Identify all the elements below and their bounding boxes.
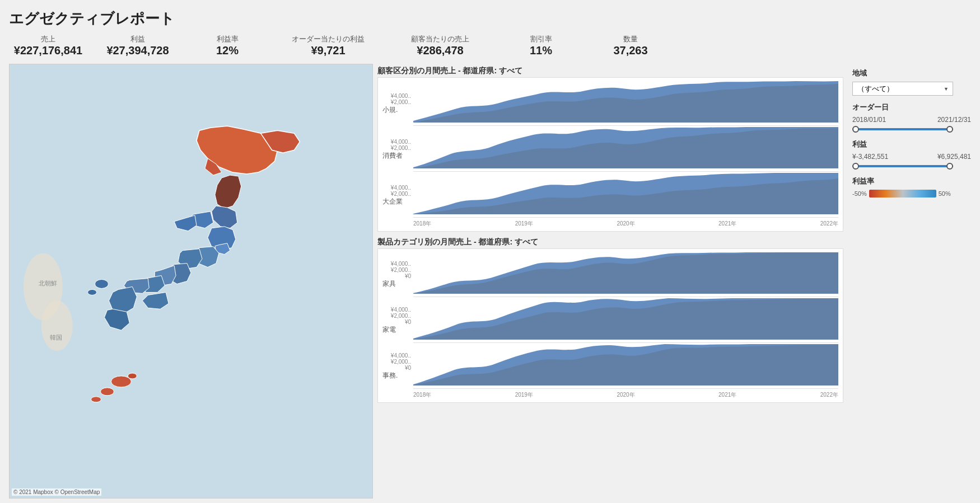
kpi-margin: 利益率 12% — [188, 34, 267, 57]
kpi-sales: 売上 ¥227,176,841 — [9, 34, 87, 57]
region-select-wrapper[interactable]: （すべて） — [852, 82, 953, 96]
chart-row-furniture: ¥4,000.. ¥2,000.. ¥0 家具 — [382, 252, 838, 297]
kpi-quantity-value: 37,263 — [613, 44, 647, 57]
main-content: 北朝鮮 韓国 — [9, 64, 971, 499]
svg-point-9 — [95, 280, 109, 289]
chart-group-1: ¥4,000.. ¥2,000.. 小規. — [377, 77, 843, 232]
profit-rate-label: 利益率 — [852, 176, 971, 186]
chart-row-small: ¥4,000.. ¥2,000.. 小規. — [382, 81, 838, 126]
kpi-sales-value: ¥227,176,841 — [14, 44, 82, 57]
kpi-sales-label: 売上 — [41, 34, 55, 44]
profit-range-row: ¥-3,482,551 ¥6,925,481 — [852, 153, 971, 161]
kpi-profit: 利益 ¥27,394,728 — [99, 34, 177, 57]
chart-area-office — [413, 344, 838, 389]
kpi-margin-value: 12% — [216, 44, 239, 57]
date-start: 2018/01/01 — [852, 116, 886, 124]
chart1-x-axis: 2018年 2019年 2020年 2021年 2022年 — [413, 219, 838, 229]
kpi-margin-label: 利益率 — [217, 34, 239, 44]
page-title: エグゼクティブレポート — [9, 9, 971, 29]
svg-rect-0 — [10, 86, 372, 477]
color-legend: -50% 50% — [852, 190, 971, 198]
svg-point-10 — [88, 289, 97, 295]
svg-point-7 — [91, 397, 101, 402]
profit-max: ¥6,925,481 — [937, 153, 971, 161]
chart-label-enterprise: ¥4,000.. ¥2,000.. 大企業 — [382, 173, 413, 218]
chart-row-consumer: ¥4,000.. ¥2,000.. 消費者 — [382, 127, 838, 172]
profit-slider-track[interactable] — [852, 165, 953, 167]
chart-group-2: ¥4,000.. ¥2,000.. ¥0 家具 ¥ — [377, 248, 843, 403]
chart-row-office: ¥4,000.. ¥2,000.. ¥0 事務. — [382, 344, 838, 389]
map-container[interactable]: 北朝鮮 韓国 — [9, 64, 373, 499]
filter-region: 地域 （すべて） — [852, 68, 971, 96]
profit-min: ¥-3,482,551 — [852, 153, 888, 161]
chart-label-furniture: ¥4,000.. ¥2,000.. ¥0 家具 — [382, 252, 413, 297]
profit-slider-thumb-left[interactable] — [852, 163, 859, 170]
kpi-profit-label: 利益 — [130, 34, 145, 44]
kpi-row: 売上 ¥227,176,841 利益 ¥27,394,728 利益率 12% オ… — [9, 34, 971, 57]
map-credit: © 2021 Mapbox © OpenStreetMap — [12, 488, 101, 496]
region-select[interactable]: （すべて） — [852, 82, 953, 96]
svg-point-3 — [41, 300, 73, 351]
page: エグゼクティブレポート 売上 ¥227,176,841 利益 ¥27,394,7… — [0, 0, 980, 503]
profit-filter-label: 利益 — [852, 139, 971, 149]
kpi-order-profit-label: オーダー当たりの利益 — [292, 34, 365, 44]
filter-profit: 利益 ¥-3,482,551 ¥6,925,481 — [852, 139, 971, 170]
svg-point-8 — [128, 373, 137, 379]
chart-area-consumer — [413, 127, 838, 172]
legend-gradient — [869, 190, 936, 198]
legend-min-label: -50% — [852, 190, 867, 197]
kpi-discount-value: 11% — [530, 44, 552, 57]
section1-title: 顧客区分別の月間売上 - 都道府県: すべて — [377, 64, 843, 76]
section2-title: 製品カテゴリ別の月間売上 - 都道府県: すべて — [377, 235, 843, 247]
svg-point-5 — [111, 376, 131, 387]
kpi-order-profit-value: ¥9,721 — [311, 44, 345, 57]
kpi-customer-sales-value: ¥286,478 — [417, 44, 463, 57]
chart-row-electronics: ¥4,000.. ¥2,000.. ¥0 家電 — [382, 298, 838, 343]
chart-row-enterprise: ¥4,000.. ¥2,000.. 大企業 — [382, 173, 838, 218]
filter-order-date: オーダー日 2018/01/01 2021/12/31 — [852, 102, 971, 133]
kpi-discount: 割引率 11% — [502, 34, 580, 57]
kpi-quantity-label: 数量 — [623, 34, 638, 44]
kpi-discount-label: 割引率 — [530, 34, 552, 44]
chart-area-small — [413, 81, 838, 126]
date-range-row: 2018/01/01 2021/12/31 — [852, 116, 971, 124]
japan-map: 北朝鮮 韓国 — [10, 64, 372, 498]
chart-label-electronics: ¥4,000.. ¥2,000.. ¥0 家電 — [382, 298, 413, 343]
kpi-customer-sales: 顧客当たりの売上 ¥286,478 — [390, 34, 491, 57]
chart-label-small: ¥4,000.. ¥2,000.. 小規. — [382, 81, 413, 126]
profit-slider-thumb-right[interactable] — [946, 163, 953, 170]
filter-profit-rate: 利益率 -50% 50% — [852, 176, 971, 198]
svg-text:韓国: 韓国 — [50, 334, 62, 341]
chart-area-electronics — [413, 298, 838, 343]
kpi-quantity: 数量 37,263 — [591, 34, 670, 57]
date-end: 2021/12/31 — [937, 116, 971, 124]
legend-max-label: 50% — [939, 190, 951, 197]
kpi-order-profit: オーダー当たりの利益 ¥9,721 — [278, 34, 379, 57]
date-slider-thumb-left[interactable] — [852, 126, 859, 133]
kpi-profit-value: ¥27,394,728 — [106, 44, 169, 57]
chart-label-consumer: ¥4,000.. ¥2,000.. 消費者 — [382, 127, 413, 172]
chart-area-furniture — [413, 252, 838, 297]
sidebar: 地域 （すべて） オーダー日 2018/01/01 2021/12/31 — [848, 64, 971, 499]
order-date-label: オーダー日 — [852, 102, 971, 112]
chart-label-office: ¥4,000.. ¥2,000.. ¥0 事務. — [382, 344, 413, 389]
chart-area-enterprise — [413, 173, 838, 218]
region-filter-label: 地域 — [852, 68, 971, 78]
date-slider-track[interactable] — [852, 128, 953, 130]
chart2-x-axis: 2018年 2019年 2020年 2021年 2022年 — [413, 390, 838, 400]
kpi-customer-sales-label: 顧客当たりの売上 — [411, 34, 469, 44]
charts-panel: 顧客区分別の月間売上 - 都道府県: すべて ¥4,000.. ¥2,000..… — [377, 64, 843, 499]
svg-text:北朝鮮: 北朝鮮 — [39, 280, 57, 286]
date-slider-thumb-right[interactable] — [946, 126, 953, 133]
svg-point-6 — [100, 388, 114, 396]
